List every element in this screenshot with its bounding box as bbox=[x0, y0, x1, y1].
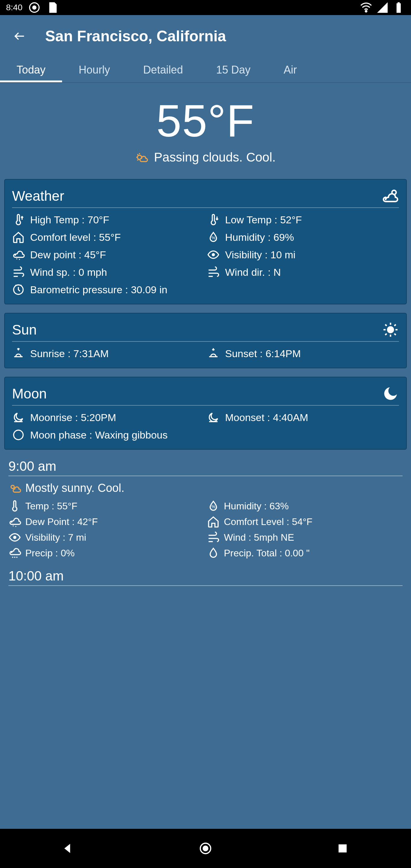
sunset-icon bbox=[207, 347, 220, 360]
cloud-sun-icon bbox=[382, 187, 399, 204]
data-label: Low Temp : 52°F bbox=[225, 214, 302, 226]
weather-card: Weather High Temp : 70°FLow Temp : 52°FC… bbox=[4, 179, 407, 304]
hourly-desc: Mostly sunny. Cool. bbox=[8, 480, 403, 495]
nav-recents-button[interactable] bbox=[332, 838, 353, 859]
data-row: Precip. Total : 0.00 " bbox=[207, 547, 403, 559]
battery-icon bbox=[392, 1, 405, 14]
moonset-icon bbox=[207, 411, 220, 424]
moonrise-icon bbox=[12, 411, 25, 424]
data-row: Low Temp : 52°F bbox=[207, 213, 399, 226]
tab-15day[interactable]: 15 Day bbox=[199, 57, 267, 82]
svg-point-2 bbox=[365, 10, 367, 12]
data-row: Wind : 5mph NE bbox=[207, 531, 403, 544]
svg-rect-21 bbox=[338, 844, 347, 852]
svg-text:%: % bbox=[212, 504, 215, 509]
cloud-rain-icon bbox=[8, 547, 21, 559]
moon-card: Moon Moonrise : 5:20PMMoonset : 4:40AMMo… bbox=[4, 377, 407, 450]
wifi-icon bbox=[360, 1, 373, 14]
home-icon bbox=[207, 516, 220, 528]
cell-signal-icon bbox=[376, 1, 389, 14]
data-row: Dew Point : 42°F bbox=[8, 516, 204, 528]
card-title: Moon bbox=[12, 385, 47, 402]
sd-card-icon bbox=[46, 1, 59, 14]
data-row: Sunrise : 7:31AM bbox=[12, 347, 204, 360]
data-label: Comfort level : 55°F bbox=[30, 231, 121, 243]
hero: 55°F Passing clouds. Cool. bbox=[4, 83, 407, 170]
data-row: %Humidity : 63% bbox=[207, 500, 403, 513]
data-label: Moonrise : 5:20PM bbox=[30, 412, 116, 424]
status-time: 8:40 bbox=[6, 3, 23, 12]
moonphase-icon bbox=[12, 429, 25, 441]
humidity-icon: % bbox=[207, 500, 220, 513]
data-row: Visibility : 10 mi bbox=[207, 248, 399, 261]
pressure-icon bbox=[12, 283, 25, 296]
sun-icon bbox=[382, 321, 399, 338]
eye-icon bbox=[207, 248, 220, 261]
humidity-icon: % bbox=[207, 231, 220, 244]
svg-point-14 bbox=[11, 485, 14, 489]
wind-icon bbox=[207, 531, 220, 544]
hourly-time: 9:00 am bbox=[8, 459, 403, 476]
data-label: Precip. Total : 0.00 " bbox=[224, 548, 310, 559]
data-row: High Temp : 70°F bbox=[12, 213, 204, 226]
eye-icon bbox=[8, 531, 21, 544]
svg-point-13 bbox=[13, 430, 23, 440]
data-label: Wind sp. : 0 mph bbox=[30, 267, 107, 278]
thermo-icon bbox=[8, 500, 21, 513]
data-row: Wind sp. : 0 mph bbox=[12, 266, 204, 278]
svg-text:%: % bbox=[212, 236, 215, 240]
back-button[interactable] bbox=[9, 26, 30, 47]
data-label: Sunrise : 7:31AM bbox=[30, 348, 109, 360]
data-label: Moonset : 4:40AM bbox=[225, 412, 308, 424]
content-scroll[interactable]: 55°F Passing clouds. Cool. Weather High … bbox=[0, 83, 411, 829]
cloud-dew-icon bbox=[8, 516, 21, 528]
data-row: Comfort level : 55°F bbox=[12, 231, 204, 244]
svg-point-17 bbox=[15, 526, 17, 527]
page-title: San Francisco, California bbox=[45, 27, 226, 45]
data-row: Temp : 55°F bbox=[8, 500, 204, 513]
data-label: Wind : 5mph NE bbox=[224, 532, 294, 543]
data-row: Moon phase : Waxing gibbous bbox=[12, 429, 399, 441]
svg-point-10 bbox=[212, 253, 215, 256]
current-temp: 55°F bbox=[4, 95, 407, 147]
data-label: Precip : 0% bbox=[25, 548, 75, 559]
tab-label: 15 Day bbox=[216, 64, 250, 76]
tab-air[interactable]: Air bbox=[267, 57, 313, 82]
nav-home-button[interactable] bbox=[195, 838, 216, 859]
data-label: Dew Point : 42°F bbox=[25, 516, 98, 527]
tab-detailed[interactable]: Detailed bbox=[127, 57, 199, 82]
android-status-bar: 8:40 bbox=[0, 0, 411, 15]
tab-hourly[interactable]: Hourly bbox=[62, 57, 127, 82]
svg-rect-3 bbox=[397, 3, 401, 13]
circle-icon bbox=[28, 1, 41, 14]
nav-back-button[interactable] bbox=[58, 838, 79, 859]
tab-label: Air bbox=[284, 64, 297, 76]
svg-point-20 bbox=[202, 845, 208, 851]
tabs: Today Hourly Detailed 15 Day Air bbox=[0, 57, 411, 83]
data-label: Wind dir. : N bbox=[225, 267, 281, 278]
tab-today[interactable]: Today bbox=[0, 57, 62, 82]
data-row: Moonrise : 5:20PM bbox=[12, 411, 204, 424]
svg-point-12 bbox=[387, 326, 394, 333]
current-desc: Passing clouds. Cool. bbox=[154, 150, 276, 164]
data-row: %Humidity : 69% bbox=[207, 231, 399, 244]
data-row: Barometric pressure : 30.09 in bbox=[12, 283, 399, 296]
hourly-time: 10:00 am bbox=[8, 568, 403, 586]
hourly-section: 9:00 amMostly sunny. Cool.Temp : 55°F%Hu… bbox=[4, 459, 407, 559]
card-title: Weather bbox=[12, 188, 64, 204]
svg-point-16 bbox=[13, 525, 14, 527]
data-label: Humidity : 69% bbox=[225, 231, 294, 243]
data-label: Comfort Level : 54°F bbox=[224, 516, 313, 527]
hourly-section: 10:00 am bbox=[4, 568, 407, 586]
svg-point-1 bbox=[33, 6, 36, 9]
thermo-down-icon bbox=[207, 213, 220, 226]
android-nav-bar bbox=[0, 829, 411, 868]
svg-point-18 bbox=[13, 536, 17, 539]
hourly-desc-text: Mostly sunny. Cool. bbox=[25, 482, 124, 495]
svg-point-8 bbox=[16, 258, 18, 259]
thermo-up-icon bbox=[12, 213, 25, 226]
sun-card: Sun Sunrise : 7:31AMSunset : 6:14PM bbox=[4, 313, 407, 368]
data-row: Moonset : 4:40AM bbox=[207, 411, 399, 424]
home-icon bbox=[12, 231, 25, 244]
hourly-grid: Temp : 55°F%Humidity : 63%Dew Point : 42… bbox=[8, 500, 403, 559]
